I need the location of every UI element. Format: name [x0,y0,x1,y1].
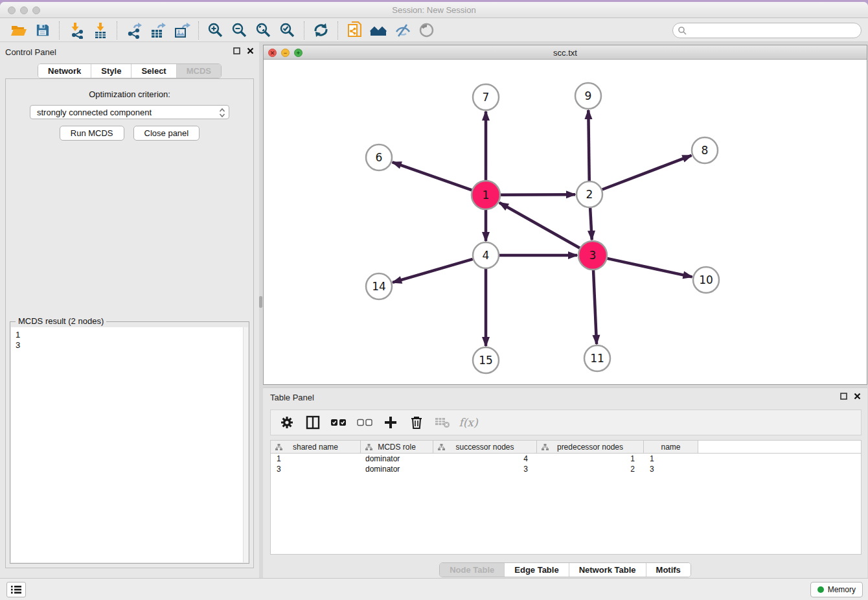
graph-node-label-6: 6 [376,151,383,164]
import-network-button[interactable] [64,21,88,40]
column-label: shared name [293,443,338,452]
export-table-button[interactable] [146,21,170,40]
show-columns-button[interactable] [303,413,323,432]
select-all-columns-button[interactable] [329,413,348,432]
import-table-button[interactable] [88,21,112,40]
column-label: MCDS role [378,443,416,452]
column-label: name [661,443,680,452]
close-panel-button[interactable]: Close panel [133,126,200,141]
column-header-shared-name[interactable]: shared name [271,441,361,453]
import-table-icon [92,22,109,39]
control-panel-title: Control Panel [5,47,56,57]
tab-select[interactable]: Select [131,64,176,78]
show-log-button[interactable] [6,582,26,597]
edge-3-10[interactable] [607,259,692,277]
table-row[interactable]: 1dominator411 [271,454,861,464]
zoom-in-button[interactable] [203,21,227,40]
delete-table-button[interactable] [433,413,452,432]
edge-1-2[interactable] [501,194,575,195]
edge-3-11[interactable] [593,270,597,344]
toolbar-separator [198,21,199,40]
apply-layout-button[interactable] [309,21,333,40]
run-mcds-button[interactable]: Run MCDS [60,126,124,141]
title-bar: Session: New Session [0,2,868,18]
first-neighbors-button[interactable] [367,21,391,40]
column-label: predecessor nodes [557,443,623,452]
table-cell: 1 [537,454,644,463]
column-header-successor-nodes[interactable]: successor nodes [433,441,537,453]
open-session-button[interactable] [6,21,30,40]
table-row[interactable]: 3dominator323 [271,464,861,474]
zoom-out-button[interactable] [227,21,251,40]
close-panel-icon[interactable] [247,47,254,54]
edge-4-14[interactable] [393,259,473,283]
search-input[interactable] [672,23,862,38]
hierarchy-icon [542,444,549,453]
edge-1-6[interactable] [393,162,472,190]
memory-label: Memory [828,585,856,594]
edge-2-9[interactable] [588,110,589,181]
zoom-selected-icon [279,22,295,38]
tab-mcds[interactable]: MCDS [176,64,221,78]
tab-network[interactable]: Network [38,64,91,78]
close-panel-icon[interactable] [854,393,861,400]
zoom-selected-button[interactable] [275,21,299,40]
table-body: 1dominator4113dominator323 [271,454,861,474]
network-canvas[interactable]: 7968124314101511 [264,60,867,384]
result-scrollbar[interactable] [243,327,248,562]
float-panel-icon[interactable] [233,47,240,54]
eye-circle-icon [418,22,435,38]
delete-column-button[interactable] [407,413,426,432]
dropdown-value: strongly connected component [37,108,152,117]
graph-node-label-1: 1 [483,189,490,202]
show-graphics-button[interactable] [415,21,439,40]
export-network-button[interactable] [122,21,146,40]
export-image-button[interactable] [170,21,194,40]
table-cell: dominator [361,454,433,463]
zoom-fit-icon [255,22,271,38]
create-column-button[interactable] [381,413,400,432]
graph-node-label-8: 8 [702,144,709,157]
hide-selected-button[interactable] [391,21,415,40]
float-panel-icon[interactable] [840,393,847,400]
graph-node-label-2: 2 [586,188,593,201]
save-session-button[interactable] [30,21,54,40]
memory-button[interactable]: Memory [810,582,863,597]
graph-node-label-4: 4 [483,249,490,262]
table-settings-button[interactable] [277,413,297,432]
tab-node-table[interactable]: Node Table [440,563,504,577]
edge-2-8[interactable] [602,156,692,190]
vertical-split-handle[interactable] [259,296,262,308]
table-toolbar: f(x) [270,410,862,435]
column-header-predecessor-nodes[interactable]: predecessor nodes [537,441,644,453]
hierarchy-icon [438,444,445,453]
tab-style[interactable]: Style [91,64,131,78]
deselect-all-columns-button[interactable] [355,413,374,432]
column-header-name[interactable]: name [644,441,698,453]
table-cell: 1 [271,454,361,463]
refresh-icon [313,22,329,38]
table-tabs: Node Table Edge Table Network Table Moti… [263,562,867,577]
tab-motifs[interactable]: Motifs [646,563,691,577]
zoom-fit-button[interactable] [251,21,275,40]
optimization-criterion-select[interactable]: strongly connected component [30,105,229,119]
clone-network-button[interactable] [343,21,367,40]
export-table-icon [150,22,166,39]
table-cell: 3 [644,465,698,474]
toolbar-separator [117,21,117,40]
graph-node-label-9: 9 [585,89,592,102]
function-builder-button[interactable]: f(x) [459,413,478,432]
edge-3-1[interactable] [499,203,580,248]
network-window-titlebar[interactable]: ✕ − + scc.txt [264,45,867,60]
edge-2-3[interactable] [590,208,592,240]
table-cell: 2 [537,465,644,474]
column-header-mcds-role[interactable]: MCDS role [361,441,433,453]
table-header: shared name MCDS role successor nodes pr… [271,441,861,454]
table-cell: 1 [644,454,698,463]
toolbar-separator [337,21,338,40]
hierarchy-icon [275,444,282,453]
toolbar-separator [59,21,60,40]
tab-edge-table[interactable]: Edge Table [504,563,568,577]
tab-network-table[interactable]: Network Table [569,563,646,577]
graph-node-label-10: 10 [699,273,713,286]
